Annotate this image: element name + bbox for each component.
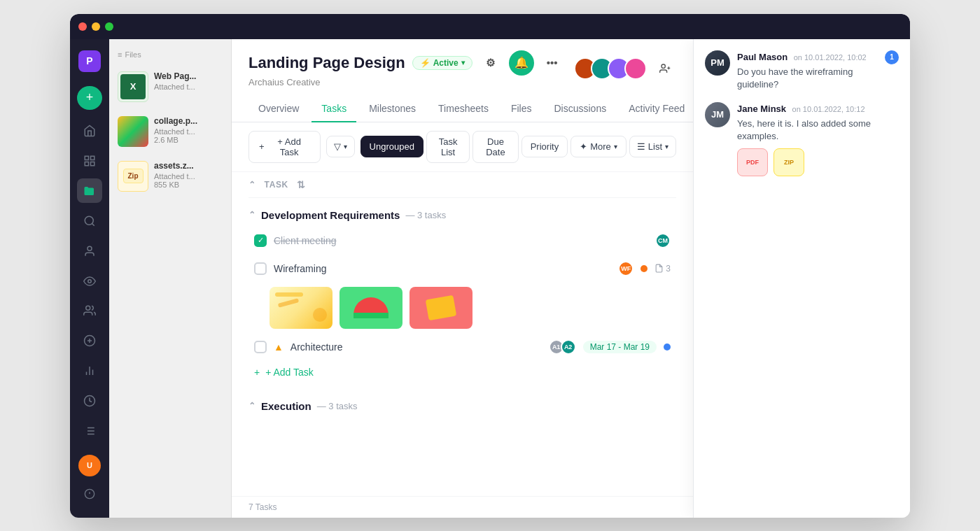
- task-checkbox-architecture[interactable]: [254, 341, 267, 353]
- file-name-collage: collage.p...: [154, 116, 223, 126]
- group-collapse-icon[interactable]: ⌃: [248, 210, 255, 220]
- chat-text-paul: Do you have the wireframing guideline?: [737, 66, 878, 91]
- chat-attachment-zip[interactable]: ZIP: [774, 148, 804, 176]
- project-title: Landing Page Design ⚡ Active ▾ ⚙ 🔔 •••: [248, 50, 564, 76]
- task-avatar: WF: [618, 261, 634, 276]
- minimize-dot[interactable]: [92, 22, 100, 31]
- sidebar-item-report[interactable]: [77, 359, 102, 383]
- avatar-4: [624, 57, 647, 80]
- sidebar-item-clock[interactable]: [77, 389, 102, 413]
- sidebar-item-list[interactable]: [77, 419, 102, 444]
- chevron-down-icon: ▾: [344, 143, 347, 150]
- tab-tasks[interactable]: Tasks: [312, 96, 356, 122]
- file-item-webpage[interactable]: X Web Pag... Attached t...: [118, 67, 223, 106]
- attachments-row-wireframing: [248, 283, 676, 333]
- sidebar-item-money[interactable]: [77, 329, 102, 353]
- svg-rect-0: [85, 156, 88, 160]
- priority-button[interactable]: Priority: [522, 136, 568, 157]
- task-count-execution: — 3 tasks: [317, 401, 358, 411]
- task-name-architecture: Architecture: [290, 341, 542, 353]
- add-task-button[interactable]: + + Add Task: [248, 131, 321, 163]
- attachment-green: [340, 287, 402, 329]
- tabs: Overview Tasks Milestones Timesheets Fil…: [232, 96, 693, 122]
- plus-icon: +: [254, 367, 260, 378]
- chat-content-paul: Paul Mason on 10.01.2022, 10:02 Do you h…: [737, 50, 878, 91]
- task-avatars-client-meeting: CM: [655, 233, 671, 248]
- file-item-collage[interactable]: collage.p... Attached t...2.6 MB: [118, 112, 223, 151]
- task-list-button[interactable]: Task List: [426, 131, 470, 163]
- task-avatar: CM: [655, 233, 671, 248]
- task-group-development: ⌃ Development Requirements — 3 tasks ✓ C…: [248, 204, 676, 383]
- task-checkbox-client-meeting[interactable]: ✓: [254, 234, 267, 247]
- task-name-client-meeting: Client meeting: [274, 235, 648, 246]
- active-badge[interactable]: ⚡ Active ▾: [412, 56, 472, 70]
- add-task-row[interactable]: + + Add Task: [248, 361, 676, 383]
- app-window: P +: [70, 14, 910, 518]
- chat-attachments-jane: PDF ZIP: [737, 148, 899, 176]
- settings-icon[interactable]: ⚙: [479, 52, 502, 74]
- status-dot-blue: [664, 344, 671, 351]
- view-list-button[interactable]: ☰ List ▾: [629, 136, 676, 157]
- chat-header-jane: Jane Minsk on 10.01.2022, 10:12: [737, 102, 899, 115]
- ungrouped-button[interactable]: Ungrouped: [360, 136, 424, 157]
- tab-activity-feed[interactable]: Activity Feed: [619, 96, 693, 122]
- task-area: ⌃ TASK ⇅ ⌃ Development Requirements — 3 …: [232, 172, 693, 496]
- task-avatars-architecture: A1 A2: [549, 339, 576, 355]
- task-priority-dot: [640, 265, 648, 272]
- add-member-icon[interactable]: [654, 57, 676, 80]
- sidebar-item-people[interactable]: [77, 299, 102, 323]
- tab-files[interactable]: Files: [501, 96, 542, 122]
- notification-button[interactable]: 🔔: [509, 50, 534, 76]
- filter-icon: ▽: [334, 141, 341, 152]
- sidebar-logo: P: [78, 50, 101, 72]
- chat-time-jane: on 10.01.2022, 10:12: [792, 105, 865, 113]
- svg-rect-3: [85, 162, 88, 165]
- task-row-wireframing[interactable]: Wireframing WF 3: [248, 255, 676, 283]
- file-info-assets: assets.z... Attached t...855 KB: [154, 161, 223, 189]
- sidebar-item-folder[interactable]: [77, 178, 102, 203]
- file-name-assets: assets.z...: [154, 161, 223, 171]
- task-checkbox-wireframing[interactable]: [254, 262, 267, 275]
- more-button[interactable]: ✦ More ▾: [570, 136, 626, 157]
- sidebar-item-home[interactable]: [77, 118, 102, 143]
- sidebar-item-info[interactable]: [77, 482, 102, 507]
- project-header: Landing Page Design ⚡ Active ▾ ⚙ 🔔 ••• A…: [232, 39, 693, 87]
- filter-button[interactable]: ▽ ▾: [326, 136, 355, 157]
- due-date-button[interactable]: Due Date: [472, 131, 518, 163]
- more-options-icon[interactable]: •••: [541, 52, 564, 74]
- chat-attachment-pdf[interactable]: PDF: [737, 148, 768, 176]
- chat-unread-badge: 1: [885, 50, 899, 64]
- sidebar-item-search[interactable]: [77, 208, 102, 233]
- sort-icon[interactable]: ⇅: [297, 179, 306, 190]
- sidebar-item-eye[interactable]: [77, 269, 102, 293]
- chat-message-paul: PM Paul Mason on 10.01.2022, 10:02 Do yo…: [705, 50, 899, 91]
- task-row-client-meeting[interactable]: ✓ Client meeting CM: [248, 227, 676, 255]
- chat-message-jane: JM Jane Minsk on 10.01.2022, 10:12 Yes, …: [705, 102, 899, 176]
- collapse-all-icon[interactable]: ⌃: [248, 180, 256, 190]
- tab-overview[interactable]: Overview: [248, 96, 309, 122]
- tab-timesheets[interactable]: Timesheets: [428, 96, 498, 122]
- file-meta-assets: Attached t...855 KB: [154, 172, 223, 189]
- avatar-group: [574, 57, 647, 80]
- chevron-down-icon: ▾: [461, 59, 465, 66]
- chevron-down-icon: ▾: [665, 143, 668, 150]
- list-view-icon: ☰: [637, 141, 645, 152]
- task-row-architecture[interactable]: ▲ Architecture A1 A2 Mar 17 - Mar 19: [248, 333, 676, 361]
- sidebar-item-person[interactable]: [77, 239, 102, 263]
- sidebar-user-avatar[interactable]: U: [78, 455, 101, 476]
- file-thumb-excel: X: [118, 71, 148, 102]
- active-icon: ⚡: [420, 58, 430, 68]
- chat-name-paul: Paul Mason: [737, 52, 788, 62]
- group-collapse-icon[interactable]: ⌃: [248, 401, 255, 411]
- close-dot[interactable]: [78, 22, 87, 31]
- tab-milestones[interactable]: Milestones: [359, 96, 426, 122]
- files-panel: ≡ Files X Web Pag... Attached t... colla…: [109, 39, 232, 518]
- task-avatars-wireframing: WF: [618, 261, 634, 276]
- sidebar-item-chart[interactable]: [77, 148, 102, 173]
- file-thumb-collage: [118, 116, 148, 147]
- add-button[interactable]: +: [77, 86, 102, 111]
- file-name-webpage: Web Pag...: [154, 71, 223, 81]
- maximize-dot[interactable]: [105, 22, 113, 31]
- file-item-assets[interactable]: Zip assets.z... Attached t...855 KB: [118, 157, 223, 196]
- tab-discussions[interactable]: Discussions: [544, 96, 616, 122]
